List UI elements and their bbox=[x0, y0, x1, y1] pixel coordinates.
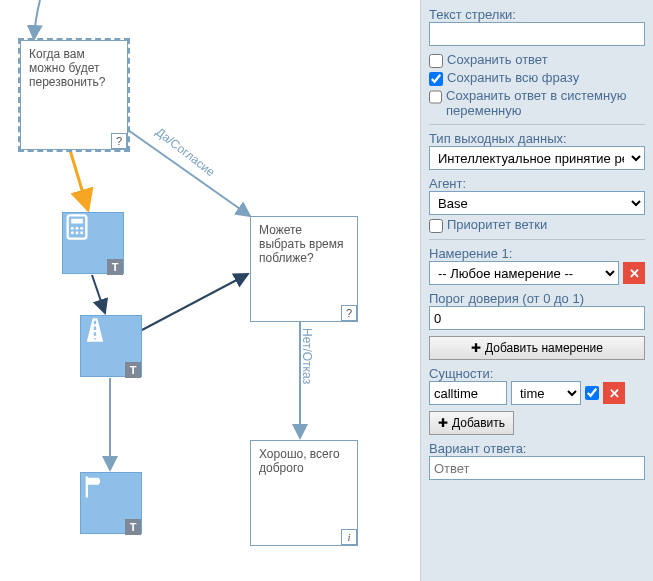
road-icon bbox=[81, 316, 109, 344]
answer-variant-input[interactable] bbox=[429, 456, 645, 480]
node-text: Хорошо, всего доброго bbox=[259, 447, 340, 475]
node-choose-time[interactable]: Можете выбрать время поближе? ? bbox=[250, 216, 358, 322]
calculator-icon bbox=[63, 213, 91, 241]
block-badge: T bbox=[107, 259, 123, 275]
entity-checkbox[interactable] bbox=[585, 386, 599, 400]
output-type-label: Тип выходных данных: bbox=[429, 131, 567, 146]
help-icon[interactable]: ? bbox=[111, 133, 127, 149]
svg-point-7 bbox=[80, 231, 83, 234]
plus-icon: ✚ bbox=[471, 341, 481, 355]
help-icon[interactable]: ? bbox=[341, 305, 357, 321]
threshold-input[interactable] bbox=[429, 306, 645, 330]
plus-icon: ✚ bbox=[438, 416, 448, 430]
agent-select[interactable]: Base bbox=[429, 191, 645, 215]
block-badge: T bbox=[125, 362, 141, 378]
entity-type-select[interactable]: time bbox=[511, 381, 581, 405]
save-answer-checkbox[interactable] bbox=[429, 54, 443, 68]
save-phrase-label: Сохранить всю фразу bbox=[447, 70, 579, 85]
save-phrase-checkbox[interactable] bbox=[429, 72, 443, 86]
agent-label: Агент: bbox=[429, 176, 466, 191]
svg-point-2 bbox=[71, 227, 74, 230]
svg-rect-0 bbox=[68, 215, 87, 238]
svg-point-6 bbox=[75, 231, 78, 234]
arrow-text-input[interactable] bbox=[429, 22, 645, 46]
entities-label: Сущности: bbox=[429, 366, 493, 381]
save-answer-label: Сохранить ответ bbox=[447, 52, 548, 67]
edge-label-no: Нет/Отказ bbox=[300, 328, 314, 384]
block-calculator[interactable]: T bbox=[62, 212, 124, 274]
block-badge: T bbox=[125, 519, 141, 535]
info-icon[interactable]: i bbox=[341, 529, 357, 545]
save-sysvar-label: Сохранить ответ в системную переменную bbox=[446, 88, 645, 118]
save-sysvar-checkbox[interactable] bbox=[429, 90, 442, 104]
intent-select[interactable]: -- Любое намерение -- bbox=[429, 261, 619, 285]
branch-priority-checkbox[interactable] bbox=[429, 219, 443, 233]
block-road[interactable]: T bbox=[80, 315, 142, 377]
branch-priority-label: Приоритет ветки bbox=[447, 217, 547, 232]
svg-point-4 bbox=[80, 227, 83, 230]
node-text: Когда вам можно будет перезвонить? bbox=[29, 47, 105, 89]
intent-label: Намерение 1: bbox=[429, 246, 512, 261]
node-text: Можете выбрать время поближе? bbox=[259, 223, 344, 265]
add-intent-button[interactable]: ✚ Добавить намерение bbox=[429, 336, 645, 360]
edge-label-yes: Да/Согласие bbox=[153, 125, 217, 180]
remove-entity-button[interactable]: ✕ bbox=[603, 382, 625, 404]
add-entity-button[interactable]: ✚ Добавить bbox=[429, 411, 514, 435]
flag-icon bbox=[81, 473, 109, 501]
entity-name-input[interactable] bbox=[429, 381, 507, 405]
node-callback[interactable]: Когда вам можно будет перезвонить? ? bbox=[20, 40, 128, 150]
svg-rect-1 bbox=[71, 219, 83, 224]
arrow-text-label: Текст стрелки: bbox=[429, 7, 516, 22]
node-goodbye[interactable]: Хорошо, всего доброго i bbox=[250, 440, 358, 546]
svg-point-3 bbox=[75, 227, 78, 230]
remove-intent-button[interactable]: ✕ bbox=[623, 262, 645, 284]
block-flag[interactable]: T bbox=[80, 472, 142, 534]
svg-point-5 bbox=[71, 231, 74, 234]
output-type-select[interactable]: Интеллектуальное принятие ре bbox=[429, 146, 645, 170]
properties-panel: Текст стрелки: Сохранить ответ Сохранить… bbox=[420, 0, 653, 581]
diagram-canvas[interactable]: Когда вам можно будет перезвонить? ? Да/… bbox=[0, 0, 420, 581]
answer-variant-label: Вариант ответа: bbox=[429, 441, 526, 456]
threshold-label: Порог доверия (от 0 до 1) bbox=[429, 291, 584, 306]
